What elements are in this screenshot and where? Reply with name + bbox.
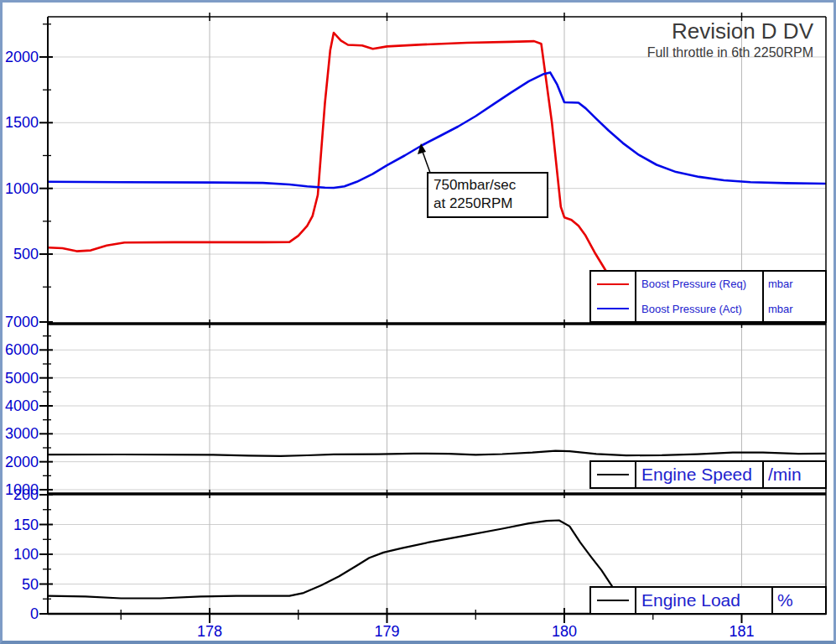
legend-unit-act: mbar [762, 297, 825, 322]
legend-label-req: Boost Pressure (Req) [636, 272, 762, 297]
series-color-swatch [597, 474, 629, 476]
legend-line-sample-req [591, 272, 636, 297]
y-tick-label: 500 [13, 246, 39, 262]
annotation-box: 750mbar/sec at 2250RPM [427, 172, 548, 218]
y-tick-label: 150 [13, 517, 39, 533]
y-tick-label: 4000 [5, 397, 39, 414]
y-tick-label: 100 [13, 546, 39, 563]
series-engine-speed [49, 451, 825, 456]
y-tick-label: 0 [30, 605, 39, 622]
legend-boost-pressure: Boost Pressure (Req) mbar Boost Pressure… [589, 270, 827, 323]
chart-subtitle: Full throttle in 6th 2250RPM [647, 45, 813, 60]
series-color-swatch [597, 308, 629, 309]
y-tick-label: 1500 [5, 114, 39, 131]
legend-label-speed: Engine Speed [636, 462, 762, 487]
y-tick-label: 1000 [5, 180, 39, 197]
legend-label-load: Engine Load [636, 588, 771, 613]
y-tick-label: 2000 [5, 454, 39, 470]
y-tick-label: 3000 [5, 425, 39, 442]
x-tick-label: 180 [552, 623, 577, 640]
series-engine-load [49, 521, 613, 599]
legend-label-act: Boost Pressure (Act) [636, 297, 762, 322]
series-boost-pressure-act [49, 72, 825, 188]
legend-unit-speed: /min [762, 462, 825, 487]
x-tick-label: 179 [374, 623, 399, 640]
x-tick-label: 178 [197, 623, 222, 640]
annotation-line-1: 750mbar/sec [434, 176, 544, 195]
series-boost-pressure-req [49, 33, 607, 273]
legend-line-sample-act [591, 297, 636, 322]
legend-unit-load: % [771, 588, 825, 613]
annotation-arrow-line [423, 152, 430, 173]
legend-line-sample-load [591, 588, 636, 613]
y-tick-label: 200 [13, 486, 39, 503]
y-tick-label: 50 [22, 576, 39, 593]
y-tick-label: 2000 [5, 49, 39, 65]
log-viewer-window: 5001000150020001000200030004000500060007… [0, 0, 836, 644]
series-color-swatch [597, 283, 629, 285]
y-tick-label: 5000 [5, 370, 39, 387]
series-color-swatch [597, 600, 629, 602]
y-tick-label: 6000 [5, 341, 39, 358]
legend-engine-load: Engine Load % [589, 586, 827, 615]
legend-unit-req: mbar [762, 272, 825, 297]
y-tick-label: 7000 [5, 314, 39, 330]
chart-title: Revision D DV [672, 18, 813, 44]
annotation-line-2: at 2250RPM [434, 195, 544, 213]
x-tick-label: 181 [729, 623, 754, 640]
legend-engine-speed: Engine Speed /min [589, 460, 827, 489]
legend-line-sample-speed [591, 462, 636, 487]
